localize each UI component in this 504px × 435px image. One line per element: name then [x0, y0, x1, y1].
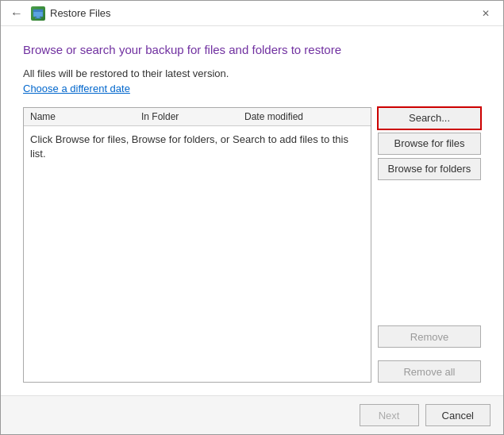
restore-files-window: ← Restore Files ✕ Browse or search your … — [0, 0, 504, 435]
window-icon — [31, 6, 45, 21]
page-heading: Browse or search your backup for files a… — [23, 42, 481, 58]
svg-rect-3 — [37, 17, 40, 18]
col-date-header: Date modified — [244, 111, 364, 122]
file-list-container: Name In Folder Date modified Click Brows… — [23, 107, 371, 383]
empty-message: Click Browse for files, Browse for folde… — [30, 133, 364, 161]
title-bar: ← Restore Files ✕ — [1, 1, 503, 26]
search-button[interactable]: Search... — [378, 107, 481, 129]
info-text: All files will be restored to their late… — [23, 67, 481, 79]
close-button[interactable]: ✕ — [475, 5, 497, 22]
list-header: Name In Folder Date modified — [24, 108, 371, 126]
title-bar-left: ← Restore Files — [7, 5, 111, 22]
buttons-panel: Search... Browse for files Browse for fo… — [378, 107, 481, 383]
main-area: Name In Folder Date modified Click Brows… — [23, 107, 481, 383]
window-title: Restore Files — [50, 7, 111, 19]
list-body: Click Browse for files, Browse for folde… — [24, 126, 371, 383]
svg-rect-1 — [33, 10, 43, 12]
content-area: Browse or search your backup for files a… — [1, 26, 503, 395]
col-name-header: Name — [30, 111, 141, 122]
browse-folders-button[interactable]: Browse for folders — [378, 158, 481, 180]
col-folder-header: In Folder — [141, 111, 244, 122]
title-bar-controls: ✕ — [475, 5, 497, 22]
bottom-bar: Next Cancel — [1, 395, 503, 434]
back-button[interactable]: ← — [7, 5, 26, 22]
cancel-button[interactable]: Cancel — [425, 404, 491, 426]
choose-date-link[interactable]: Choose a different date — [23, 83, 481, 94]
next-button[interactable]: Next — [360, 404, 419, 426]
remove-button: Remove — [378, 325, 481, 348]
remove-all-button: Remove all — [378, 360, 481, 383]
browse-files-button[interactable]: Browse for files — [378, 133, 481, 155]
